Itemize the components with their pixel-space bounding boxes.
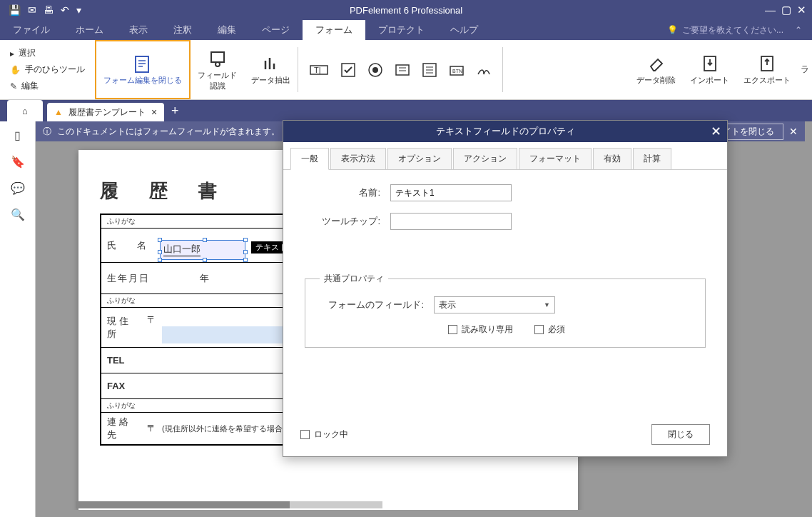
properties-dialog: テキストフィールドのプロパティ ✕ 一般 表示方法 オプション アクション フォ… — [283, 120, 728, 457]
chevron-up-icon[interactable]: ⌃ — [795, 25, 802, 35]
data-extract-button[interactable]: データ抽出 — [244, 40, 298, 99]
menu-view[interactable]: 表示 — [116, 20, 161, 40]
tooltip-input[interactable] — [390, 213, 512, 230]
svg-rect-8 — [396, 65, 409, 75]
clear-data-button[interactable]: データ削除 — [629, 40, 683, 99]
menu-page[interactable]: ページ — [249, 20, 303, 40]
menu-bar: ファイル ホーム 表示 注釈 編集 ページ フォーム プロテクト ヘルプ 💡 ご… — [0, 20, 812, 40]
tool-edit[interactable]: ✎編集 — [6, 78, 89, 94]
tab-actions[interactable]: アクション — [453, 148, 517, 169]
menu-edit[interactable]: 編集 — [205, 20, 249, 40]
more-button[interactable]: ラ — [798, 40, 812, 99]
svg-point-2 — [215, 62, 220, 66]
menu-protect[interactable]: プロテクト — [365, 20, 437, 40]
document-area: ⌂ ▲ 履歴書テンプレート × + ▯ 🔖 💬 🔍 ⓘ このドキュメントにはフォ… — [0, 100, 812, 517]
home-icon: ⌂ — [22, 106, 28, 116]
hand-icon: ✋ — [10, 65, 21, 75]
warning-icon: ▲ — [54, 107, 63, 117]
readonly-checkbox[interactable]: 読み取り専用 — [448, 323, 513, 336]
svg-rect-1 — [211, 52, 224, 62]
combobox-icon[interactable] — [394, 61, 411, 79]
info-close-icon[interactable]: ✕ — [789, 126, 798, 137]
scroll-thumb[interactable] — [76, 501, 290, 508]
eraser-icon — [646, 54, 666, 74]
svg-point-7 — [372, 67, 378, 73]
lock-checkbox[interactable]: ロック中 — [300, 428, 348, 441]
field-recognize-button[interactable]: フィールド 認識 — [191, 40, 244, 99]
svg-rect-0 — [136, 56, 148, 72]
listbox-icon[interactable] — [421, 61, 438, 79]
svg-text:T|: T| — [314, 66, 321, 74]
window-controls: — ▢ ✕ — [765, 4, 806, 16]
tab-general[interactable]: 一般 — [290, 148, 329, 170]
dialog-title-bar[interactable]: テキストフィールドのプロパティ ✕ — [283, 121, 727, 142]
print-icon[interactable]: 🖶 — [44, 4, 54, 16]
tool-hand[interactable]: ✋手のひらツール — [6, 61, 89, 78]
menu-comment[interactable]: 注釈 — [161, 20, 205, 40]
comments-icon[interactable]: 💬 — [11, 181, 25, 195]
name-field-row: 名前: — [305, 184, 706, 201]
tell-me[interactable]: 💡 ご要望を教えてください... ⌃ — [667, 24, 812, 36]
dialog-close-icon[interactable]: ✕ — [711, 124, 721, 139]
tool-select[interactable]: ▸選択 — [6, 45, 89, 61]
close-button[interactable]: 閉じる — [651, 424, 710, 445]
eye-icon — [208, 49, 228, 69]
dialog-footer: ロック中 閉じる — [283, 424, 727, 445]
tab-appearance[interactable]: 表示方法 — [330, 148, 386, 169]
tab-close-icon[interactable]: × — [151, 106, 157, 118]
more-icon[interactable]: ▾ — [76, 4, 81, 16]
menu-home[interactable]: ホーム — [63, 20, 116, 40]
visibility-select[interactable]: 表示 — [434, 296, 555, 313]
info-message: このドキュメントにはフォームフィールドが含まれます。 — [57, 126, 280, 138]
form-field-row: フォームのフィールド: 表示 — [320, 296, 691, 313]
pencil-icon: ✎ — [10, 81, 17, 91]
tab-title: 履歴書テンプレート — [68, 106, 146, 119]
text-field-selected[interactable]: 山口一郎 — [160, 240, 245, 260]
ribbon-toolbar: ▸選択 ✋手のひらツール ✎編集 フォーム編集を閉じる フィールド 認識 データ… — [0, 40, 812, 100]
minimize-icon[interactable]: — — [765, 4, 776, 16]
info-icon: ⓘ — [43, 126, 51, 138]
quick-access-toolbar: 💾 ✉ 🖶 ↶ ▾ — [0, 4, 90, 16]
undo-icon[interactable]: ↶ — [61, 4, 69, 16]
tab-options[interactable]: オプション — [387, 148, 452, 169]
mail-icon[interactable]: ✉ — [28, 4, 36, 16]
tab-strip: ⌂ ▲ 履歴書テンプレート × + — [0, 100, 812, 121]
menu-form[interactable]: フォーム — [303, 20, 365, 40]
document-tab[interactable]: ▲ 履歴書テンプレート × — [47, 103, 164, 121]
menu-help[interactable]: ヘルプ — [437, 20, 491, 40]
horizontal-scrollbar[interactable] — [76, 501, 382, 508]
signature-icon[interactable] — [475, 61, 492, 79]
app-title: PDFelement 6 Professional — [350, 5, 462, 16]
home-tab[interactable]: ⌂ — [7, 100, 43, 121]
import-button[interactable]: インポート — [683, 40, 736, 99]
tab-calculate[interactable]: 計算 — [633, 148, 671, 169]
export-button[interactable]: エクスポート — [736, 40, 798, 99]
new-tab-button[interactable]: + — [164, 104, 186, 119]
dialog-body: 名前: ツールチップ: 共通プロパティ フォームのフィールド: 表示 読み取り専… — [283, 170, 727, 362]
button-field-icon[interactable]: BTN — [448, 61, 465, 79]
export-icon — [757, 54, 777, 74]
checkbox-icon[interactable] — [340, 61, 357, 79]
textfield-icon[interactable]: T| — [308, 61, 330, 79]
common-properties-fieldset: 共通プロパティ フォームのフィールド: 表示 読み取り専用 必須 — [305, 273, 706, 348]
common-checks: 読み取り専用 必須 — [320, 323, 691, 336]
tool-group-select: ▸選択 ✋手のひらツール ✎編集 — [0, 40, 95, 99]
tab-validate[interactable]: 有効 — [593, 148, 631, 169]
chart-icon — [261, 54, 281, 74]
lightbulb-icon: 💡 — [667, 25, 678, 35]
close-form-edit-button[interactable]: フォーム編集を閉じる — [95, 40, 191, 99]
radio-icon[interactable] — [367, 61, 384, 79]
required-checkbox[interactable]: 必須 — [534, 323, 565, 336]
maximize-icon[interactable]: ▢ — [781, 4, 791, 16]
search-icon[interactable]: 🔍 — [11, 208, 25, 221]
tooltip-field-row: ツールチップ: — [305, 213, 706, 230]
name-input[interactable] — [390, 184, 512, 201]
dialog-tabs: 一般 表示方法 オプション アクション フォーマット 有効 計算 — [283, 142, 727, 170]
thumbnails-icon[interactable]: ▯ — [14, 129, 21, 142]
import-icon — [700, 54, 720, 74]
bookmarks-icon[interactable]: 🔖 — [11, 155, 25, 169]
save-icon[interactable]: 💾 — [9, 4, 21, 16]
menu-file[interactable]: ファイル — [0, 20, 63, 40]
tab-format[interactable]: フォーマット — [519, 148, 592, 169]
close-icon[interactable]: ✕ — [797, 4, 806, 16]
